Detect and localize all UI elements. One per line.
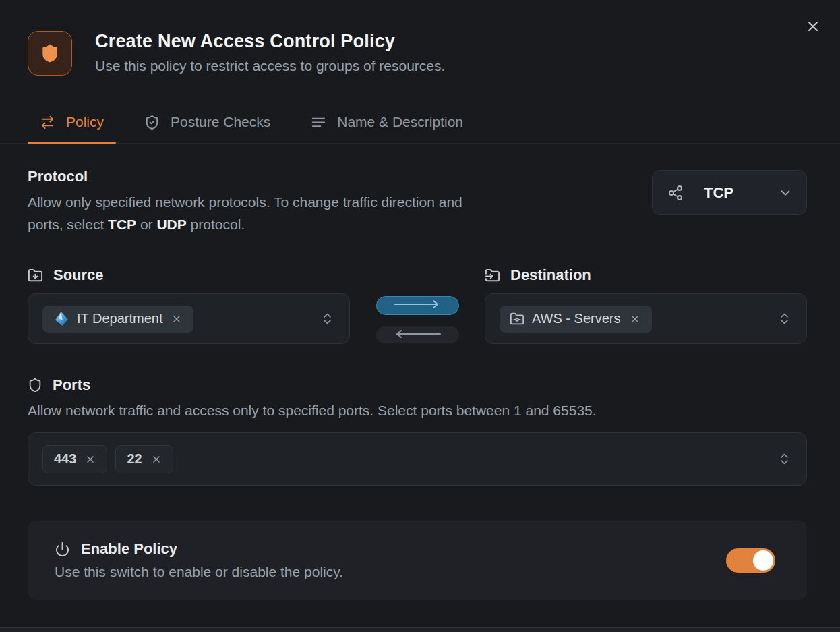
arrow-left-icon — [393, 329, 442, 341]
destination-select[interactable]: AWS - Servers — [485, 293, 807, 344]
remove-tag-icon[interactable] — [151, 454, 162, 465]
chevrons-up-down-icon — [777, 312, 791, 326]
arrows-right-left-icon — [40, 115, 55, 130]
destination-tag-label: AWS - Servers — [532, 311, 621, 326]
source-select[interactable]: IT Department — [28, 293, 350, 344]
ports-select[interactable]: 443 22 — [28, 432, 807, 486]
tab-content-policy: Protocol Allow only specified network pr… — [0, 144, 840, 600]
chevrons-up-down-icon — [777, 452, 791, 466]
protocol-text: Protocol Allow only specified network pr… — [28, 168, 466, 235]
source-heading: Source — [28, 266, 350, 284]
destination-heading: Destination — [485, 266, 807, 284]
enable-policy-heading: Enable Policy — [55, 540, 343, 558]
shield-check-icon — [144, 115, 160, 130]
tab-bar: Policy Posture Checks Name & Description — [0, 101, 840, 144]
folder-input-icon — [485, 268, 500, 283]
remove-tag-icon[interactable] — [628, 312, 642, 326]
source-tag: IT Department — [42, 306, 193, 333]
chevrons-up-down-icon — [320, 312, 334, 326]
port-tag-value: 443 — [54, 451, 76, 467]
netbird-group-icon — [53, 310, 69, 327]
traffic-direction-controls — [350, 296, 485, 343]
source-column: Source IT Department — [28, 266, 350, 344]
tab-label: Policy — [66, 114, 104, 130]
folder-down-icon — [28, 268, 43, 283]
remove-tag-icon[interactable] — [170, 312, 183, 326]
protocol-description: Allow only specified network protocols. … — [28, 191, 466, 235]
destination-column: Destination AWS - Servers — [485, 266, 807, 344]
close-icon — [805, 18, 821, 36]
toggle-knob — [753, 550, 773, 571]
direction-left-button[interactable] — [376, 326, 459, 343]
protocol-desc-udp: UDP — [156, 217, 186, 232]
protocol-select[interactable]: TCP — [652, 170, 807, 215]
protocol-heading: Protocol — [28, 168, 466, 185]
power-icon — [55, 542, 70, 557]
ports-description: Allow network traffic and access only to… — [28, 399, 807, 422]
modal-footer-edge — [0, 627, 840, 632]
share-nodes-icon — [667, 185, 684, 201]
enable-policy-description: Use this switch to enable or disable the… — [55, 564, 343, 580]
source-heading-label: Source — [53, 266, 104, 284]
remove-tag-icon[interactable] — [85, 454, 96, 465]
folder-git-icon — [510, 312, 524, 326]
ports-section: Ports Allow network traffic and access o… — [28, 376, 807, 486]
traffic-section: Source IT Department — [28, 266, 807, 344]
policy-shield-icon — [28, 31, 72, 76]
direction-right-button[interactable] — [376, 296, 459, 315]
arrow-right-icon — [393, 299, 442, 312]
ports-heading: Ports — [28, 376, 807, 394]
destination-heading-label: Destination — [510, 266, 591, 284]
protocol-desc-tcp: TCP — [108, 217, 136, 232]
page-title: Create New Access Control Policy — [95, 31, 445, 52]
tab-posture-checks[interactable]: Posture Checks — [132, 101, 282, 143]
protocol-selected-value: TCP — [704, 184, 733, 202]
tab-policy[interactable]: Policy — [28, 101, 116, 143]
modal-header: Create New Access Control Policy Use thi… — [0, 0, 840, 76]
page-subtitle: Use this policy to restrict access to gr… — [95, 58, 445, 74]
port-tag: 22 — [115, 445, 173, 473]
port-tag: 443 — [42, 445, 107, 473]
destination-tag: AWS - Servers — [500, 306, 652, 333]
enable-policy-card: Enable Policy Use this switch to enable … — [28, 521, 807, 600]
protocol-desc-part: protocol. — [187, 217, 245, 232]
tab-name-description[interactable]: Name & Description — [299, 101, 475, 143]
chevron-down-icon — [778, 185, 793, 200]
enable-policy-label: Enable Policy — [81, 540, 177, 558]
enable-policy-text: Enable Policy Use this switch to enable … — [55, 540, 343, 580]
tab-label: Posture Checks — [171, 114, 270, 130]
enable-policy-toggle[interactable] — [726, 548, 775, 573]
protocol-desc-part: or — [136, 217, 156, 232]
tab-label: Name & Description — [337, 114, 463, 130]
protocol-desc-part: Allow only specified network protocols. … — [28, 194, 462, 232]
ports-heading-label: Ports — [53, 376, 90, 394]
source-tag-label: IT Department — [77, 311, 162, 326]
close-button[interactable] — [802, 16, 824, 38]
text-lines-icon — [311, 115, 326, 130]
shield-outline-icon — [28, 378, 42, 393]
protocol-section: Protocol Allow only specified network pr… — [28, 168, 807, 235]
create-policy-modal: Create New Access Control Policy Use thi… — [0, 0, 840, 632]
port-tag-value: 22 — [127, 451, 142, 467]
header-titles: Create New Access Control Policy Use thi… — [95, 31, 445, 74]
